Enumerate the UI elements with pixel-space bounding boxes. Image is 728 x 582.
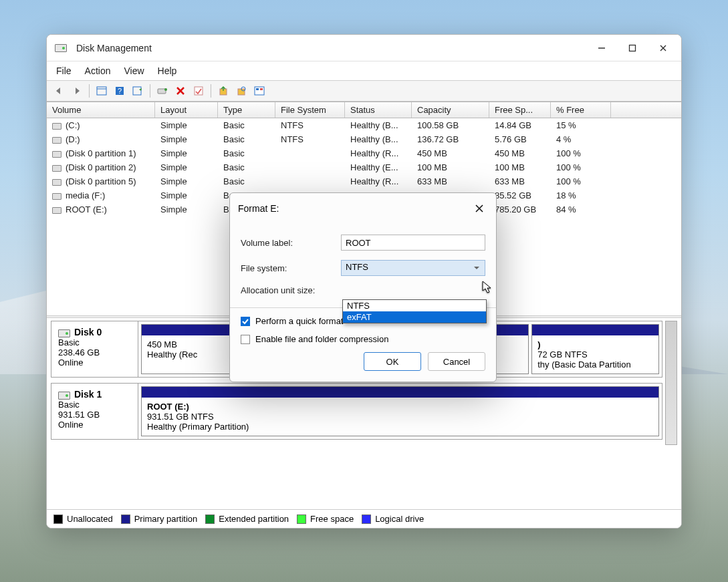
- file-system-combo[interactable]: NTFS: [341, 260, 485, 276]
- svg-rect-4: [97, 87, 106, 95]
- format-dialog: Format E: Volume label: File system: NTF…: [229, 192, 497, 382]
- fs-option-exfat[interactable]: exFAT: [343, 311, 486, 323]
- scrollbar-vertical[interactable]: [665, 321, 677, 445]
- legend-logical: Logical drive: [375, 514, 424, 524]
- dialog-title: Format E:: [238, 203, 279, 214]
- svg-rect-18: [256, 88, 259, 90]
- table-row[interactable]: (D:)SimpleBasicNTFSHealthy (B...136.72 G…: [47, 132, 681, 146]
- svg-rect-17: [255, 87, 264, 95]
- volume-icon: [52, 207, 62, 214]
- volume-icon: [52, 123, 62, 130]
- action-button-2[interactable]: [233, 84, 249, 98]
- legend-primary: Primary partition: [134, 514, 198, 524]
- legend-swatch-logical: [362, 515, 371, 524]
- partition[interactable]: ROOT (E:)931.51 GB NTFSHealthy (Primary …: [141, 386, 659, 436]
- volume-grid-header: Volume Layout Type File System Status Ca…: [47, 102, 681, 118]
- compress-checkbox[interactable]: [241, 335, 250, 344]
- quick-format-label: Perform a quick format: [255, 316, 344, 326]
- menubar: File Action View Help: [47, 61, 681, 80]
- legend: Unallocated Primary partition Extended p…: [47, 509, 681, 528]
- alloc-size-label: Allocation unit size:: [241, 285, 341, 295]
- refresh-button[interactable]: [130, 84, 146, 98]
- svg-rect-1: [630, 45, 636, 51]
- volume-label-label: Volume label:: [241, 238, 341, 248]
- quick-format-checkbox[interactable]: [241, 317, 250, 326]
- menu-file[interactable]: File: [56, 65, 72, 76]
- dialog-titlebar[interactable]: Format E:: [230, 193, 496, 224]
- properties-button[interactable]: [191, 84, 207, 98]
- titlebar[interactable]: Disk Management: [47, 35, 681, 61]
- menu-help[interactable]: Help: [158, 65, 177, 76]
- maximize-button[interactable]: [617, 37, 648, 59]
- disk-block[interactable]: Disk 1Basic931.51 GBOnlineROOT (E:)931.5…: [51, 383, 662, 440]
- table-row[interactable]: (Disk 0 partition 2)SimpleBasicHealthy (…: [47, 160, 681, 174]
- forward-button[interactable]: [69, 84, 85, 98]
- menu-action[interactable]: Action: [85, 65, 111, 76]
- file-system-dropdown: NTFS exFAT: [342, 299, 487, 323]
- volume-icon: [52, 179, 62, 186]
- volume-label-input[interactable]: [341, 235, 485, 251]
- col-capacity[interactable]: Capacity: [412, 102, 489, 118]
- menu-view[interactable]: View: [124, 65, 144, 76]
- show-hide-console-button[interactable]: [94, 84, 110, 98]
- legend-free: Free space: [310, 514, 354, 524]
- legend-swatch-primary: [121, 515, 130, 524]
- toolbar: ?: [47, 80, 681, 102]
- delete-button[interactable]: [172, 84, 189, 98]
- volume-icon: [52, 165, 62, 172]
- col-type[interactable]: Type: [218, 102, 275, 118]
- legend-swatch-extended: [205, 515, 215, 524]
- rescan-disks-button[interactable]: [154, 84, 170, 98]
- help-button[interactable]: ?: [112, 84, 128, 98]
- file-system-label: File system:: [241, 263, 341, 273]
- partition[interactable]: )72 GB NTFSthy (Basic Data Partition: [531, 324, 659, 374]
- legend-swatch-free: [297, 515, 306, 524]
- svg-text:?: ?: [118, 87, 122, 95]
- disk-icon: [58, 392, 70, 400]
- ok-button[interactable]: OK: [364, 352, 421, 371]
- legend-unallocated: Unallocated: [67, 514, 113, 524]
- col-free[interactable]: Free Sp...: [489, 102, 551, 118]
- table-row[interactable]: (Disk 0 partition 1)SimpleBasicHealthy (…: [47, 146, 681, 160]
- col-volume[interactable]: Volume: [47, 102, 155, 118]
- action-button-1[interactable]: [215, 84, 231, 98]
- window-title: Disk Management: [76, 43, 152, 53]
- partition-color-bar: [142, 387, 658, 398]
- close-button[interactable]: [648, 37, 679, 59]
- col-pctfree[interactable]: % Free: [551, 102, 611, 118]
- dialog-close-button[interactable]: [471, 200, 488, 217]
- table-row[interactable]: (Disk 0 partition 5)SimpleBasicHealthy (…: [47, 174, 681, 188]
- volume-icon: [52, 193, 62, 200]
- partition-color-bar: [532, 325, 658, 335]
- table-row[interactable]: (C:)SimpleBasicNTFSHealthy (B...100.58 G…: [47, 118, 681, 132]
- svg-point-10: [164, 88, 167, 91]
- col-filesystem[interactable]: File System: [275, 102, 345, 118]
- col-status[interactable]: Status: [345, 102, 412, 118]
- cancel-button[interactable]: Cancel: [428, 352, 485, 371]
- svg-rect-13: [195, 87, 203, 95]
- svg-rect-8: [133, 87, 141, 95]
- col-spacer[interactable]: [611, 102, 681, 118]
- svg-rect-19: [260, 88, 263, 90]
- app-icon: [55, 44, 67, 52]
- disk-icon: [58, 329, 70, 337]
- back-button[interactable]: [51, 84, 67, 98]
- fs-option-ntfs[interactable]: NTFS: [343, 300, 486, 311]
- minimize-button[interactable]: [586, 37, 617, 59]
- action-button-3[interactable]: [251, 84, 267, 98]
- legend-swatch-unallocated: [53, 515, 63, 524]
- legend-extended: Extended partition: [219, 514, 289, 524]
- volume-icon: [52, 137, 62, 144]
- compress-label: Enable file and folder compression: [255, 334, 388, 344]
- col-layout[interactable]: Layout: [155, 102, 218, 118]
- volume-icon: [52, 151, 62, 158]
